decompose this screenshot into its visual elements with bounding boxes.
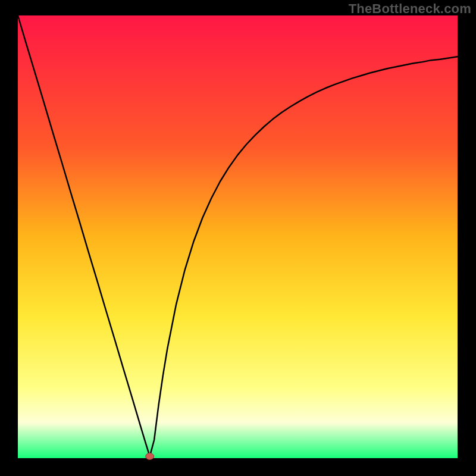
watermark-text: TheBottleneck.com bbox=[349, 1, 471, 17]
optimal-point-dot bbox=[146, 453, 154, 460]
chart-container: TheBottleneck.com bbox=[0, 0, 476, 476]
bottleneck-chart bbox=[0, 0, 476, 476]
